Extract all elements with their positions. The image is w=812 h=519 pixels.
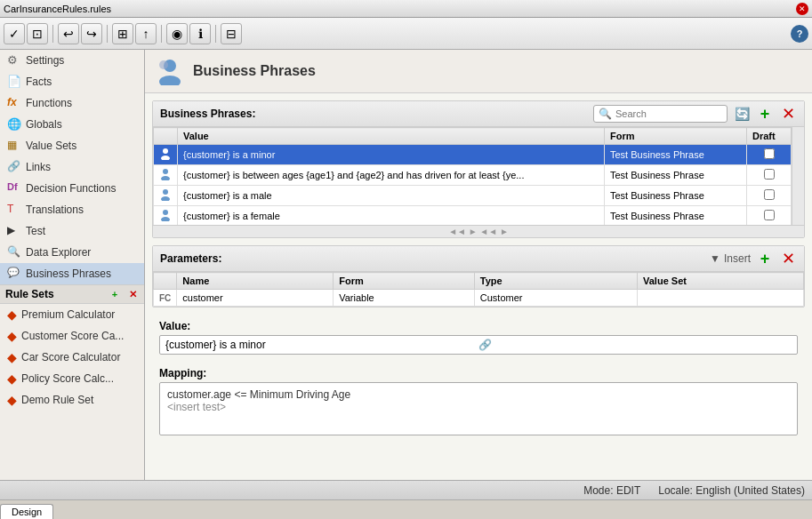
parameters-panel-title: Parameters: xyxy=(160,252,704,265)
sidebar-item-customer-score[interactable]: ◆ Customer Score Ca... xyxy=(0,325,144,347)
toolbar-run-button[interactable]: ◉ xyxy=(166,23,188,44)
param-type-1: Customer xyxy=(474,290,637,307)
toolbar-help-button[interactable]: ? xyxy=(791,25,808,43)
sidebar-item-settings[interactable]: ⚙ Settings xyxy=(0,50,144,71)
title-bar: CarInsuranceRules.rules ✕ xyxy=(0,0,812,18)
parameter-row[interactable]: FC customer Variable Customer xyxy=(154,290,804,307)
row-draft-2[interactable] xyxy=(747,165,792,186)
toolbar-sep-3 xyxy=(161,25,162,43)
sidebar-item-globals[interactable]: 🌐 Globals xyxy=(0,114,144,135)
row-form-1: Test Business Phrase xyxy=(605,145,747,165)
svg-point-10 xyxy=(161,217,170,221)
search-input[interactable] xyxy=(615,108,722,119)
delete-phrase-button[interactable]: ✕ xyxy=(779,105,797,123)
table-row[interactable]: {customer} is a male Test Business Phras… xyxy=(154,186,792,206)
row-form-3: Test Business Phrase xyxy=(605,186,747,206)
svg-point-3 xyxy=(163,148,168,154)
rule-set-label-4: Policy Score Calc... xyxy=(21,372,114,385)
svg-point-5 xyxy=(163,169,168,174)
tab-bar: Design xyxy=(0,499,812,519)
sidebar-item-facts-label: Facts xyxy=(26,76,52,88)
page-header-icon xyxy=(156,57,184,85)
toolbar-sep-2 xyxy=(107,25,108,43)
toolbar-check-button[interactable]: ✓ xyxy=(4,23,25,44)
links-icon: 🔗 xyxy=(7,160,21,174)
rule-sets-add-button[interactable]: + xyxy=(109,288,121,300)
person-icon xyxy=(159,148,172,160)
row-form-4: Test Business Phrase xyxy=(605,206,747,226)
row-icon-cell xyxy=(154,145,178,165)
window-close-button[interactable]: ✕ xyxy=(796,3,808,15)
page-title: Business Phrases xyxy=(193,63,316,79)
sidebar-item-globals-label: Globals xyxy=(26,118,62,131)
add-phrase-button[interactable]: + xyxy=(756,105,774,123)
param-col-value-set: Value Set xyxy=(638,273,804,290)
refresh-button[interactable]: 🔄 xyxy=(733,105,751,123)
sidebar-item-data-explorer[interactable]: 🔍 Data Explorer xyxy=(0,242,144,263)
sidebar-item-demo-rule-set[interactable]: ◆ Demo Rule Set xyxy=(0,389,144,411)
table-row[interactable]: {customer} is a minor Test Business Phra… xyxy=(154,145,792,165)
facts-icon: 📄 xyxy=(7,75,21,89)
param-value-set-1 xyxy=(638,290,804,307)
business-phrases-panel-header: Business Phrases: 🔍 🔄 + ✕ xyxy=(153,101,804,127)
sidebar-item-facts[interactable]: 📄 Facts xyxy=(0,71,144,92)
sidebar-item-functions[interactable]: fx Functions xyxy=(0,92,144,114)
toolbar-save-button[interactable]: ⊡ xyxy=(27,23,48,44)
toolbar-other-button[interactable]: ⊟ xyxy=(221,23,242,44)
add-parameter-button[interactable]: + xyxy=(756,250,774,267)
sidebar-item-premium-calculator[interactable]: ◆ Premium Calculator xyxy=(0,304,144,325)
svg-point-9 xyxy=(163,210,168,215)
locale-status: Locale: English (United States) xyxy=(658,484,805,497)
toolbar-undo-button[interactable]: ↩ xyxy=(58,23,79,44)
rule-sets-label: Rule Sets xyxy=(5,288,105,300)
value-label: Value: xyxy=(159,320,798,332)
draft-checkbox-1[interactable] xyxy=(764,148,775,159)
table-row[interactable]: {customer} is a female Test Business Phr… xyxy=(154,206,792,226)
mapping-section: Mapping: customer.age <= Minimum Driving… xyxy=(152,367,805,443)
parameters-table: Name Form Type Value Set FC customer Var… xyxy=(153,272,804,307)
row-draft-1[interactable] xyxy=(747,145,792,165)
search-box[interactable]: 🔍 xyxy=(593,105,728,123)
toolbar-redo-button[interactable]: ↪ xyxy=(81,23,102,44)
toolbar-move-button[interactable]: ↑ xyxy=(135,23,157,44)
svg-point-2 xyxy=(159,60,168,69)
toolbar-info-button[interactable]: ℹ xyxy=(189,23,211,44)
col-icon xyxy=(154,128,178,145)
diamond-icon-5: ◆ xyxy=(7,393,17,407)
sidebar-item-policy-score[interactable]: ◆ Policy Score Calc... xyxy=(0,368,144,389)
sidebar-item-translations[interactable]: T Translations xyxy=(0,199,144,220)
sidebar-item-data-explorer-label: Data Explorer xyxy=(26,246,91,259)
decision-functions-icon: Df xyxy=(7,181,21,196)
draft-checkbox-4[interactable] xyxy=(764,210,775,220)
sidebar-item-test[interactable]: ▶ Test xyxy=(0,220,144,242)
sidebar-item-decision-functions[interactable]: Df Decision Functions xyxy=(0,178,144,199)
mapping-label: Mapping: xyxy=(159,367,798,379)
sidebar-item-business-phrases-label: Business Phrases xyxy=(26,267,111,280)
sidebar-item-links[interactable]: 🔗 Links xyxy=(0,156,144,178)
table-row[interactable]: {customer} is between ages {age1} and {a… xyxy=(154,165,792,186)
draft-checkbox-3[interactable] xyxy=(764,189,775,200)
param-col-type: Type xyxy=(474,273,637,290)
gear-icon: ⚙ xyxy=(7,53,21,68)
toolbar-add-button[interactable]: ⊞ xyxy=(112,23,133,44)
draft-checkbox-2[interactable] xyxy=(764,169,775,180)
delete-parameter-button[interactable]: ✕ xyxy=(779,250,797,267)
sidebar-item-business-phrases[interactable]: 💬 Business Phrases xyxy=(0,263,144,284)
mapping-line-1: customer.age <= Minimum Driving Age xyxy=(167,388,790,401)
test-icon: ▶ xyxy=(7,224,21,238)
mode-status: Mode: EDIT xyxy=(583,484,640,497)
vertical-scrollbar[interactable] xyxy=(792,127,804,225)
mapping-line-2[interactable]: <insert test> xyxy=(167,401,790,413)
value-input[interactable]: {customer} is a minor 🔗 xyxy=(159,335,798,355)
parameters-panel: Parameters: ▼ Insert + ✕ Name Form xyxy=(152,245,805,307)
rule-sets-close-button[interactable]: ✕ xyxy=(126,288,139,300)
sidebar-item-car-score[interactable]: ◆ Car Score Calculator xyxy=(0,347,144,368)
sidebar-item-settings-label: Settings xyxy=(26,54,64,67)
rule-set-label-5: Demo Rule Set xyxy=(21,394,93,406)
insert-button[interactable]: ▼ Insert xyxy=(710,252,751,265)
tab-design[interactable]: Design xyxy=(0,504,53,519)
horizontal-scroll-indicator[interactable]: ◄◄ ► ◄◄ ► xyxy=(153,225,804,237)
toolbar-sep-4 xyxy=(215,25,216,43)
mapping-box[interactable]: customer.age <= Minimum Driving Age <ins… xyxy=(159,382,798,435)
sidebar-item-value-sets[interactable]: ▦ Value Sets xyxy=(0,135,144,156)
